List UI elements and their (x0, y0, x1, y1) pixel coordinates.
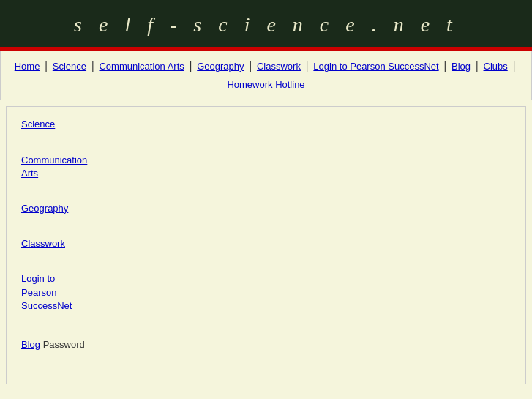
blog-section: Blog Password (21, 338, 511, 350)
sidebar-links: Science CommunicationArts Geography Clas… (21, 118, 511, 350)
blog-suffix: Password (40, 339, 85, 350)
pearson-link[interactable]: Login toPearsonSuccessNet (21, 273, 72, 310)
nav-blog[interactable]: Blog (452, 61, 471, 72)
blog-link[interactable]: Blog (21, 339, 40, 350)
classwork-link[interactable]: Classwork (21, 238, 65, 249)
link-communication-arts: CommunicationArts (21, 154, 511, 180)
main-content: Science CommunicationArts Geography Clas… (6, 106, 526, 384)
nav-clubs[interactable]: Clubs (484, 61, 508, 72)
navigation-bar: Home | Science | Communication Arts | Ge… (0, 51, 532, 100)
nav-geography[interactable]: Geography (197, 61, 244, 72)
link-pearson: Login toPearsonSuccessNet (21, 272, 511, 313)
nav-classwork[interactable]: Classwork (257, 61, 301, 72)
link-classwork: Classwork (21, 237, 511, 250)
link-geography: Geography (21, 202, 511, 215)
nav-communication-arts[interactable]: Communication Arts (99, 61, 184, 72)
nav-homework-hotline[interactable]: Homework Hotline (227, 79, 304, 90)
science-link[interactable]: Science (21, 119, 55, 130)
nav-science[interactable]: Science (53, 61, 86, 72)
site-header: s e l f - s c i e n c e . n e t (0, 0, 532, 51)
site-title: s e l f - s c i e n c e . n e t (74, 13, 458, 36)
communication-arts-link[interactable]: CommunicationArts (21, 154, 87, 179)
geography-link[interactable]: Geography (21, 203, 68, 214)
nav-home[interactable]: Home (15, 61, 40, 72)
link-science: Science (21, 118, 511, 131)
nav-pearson[interactable]: Login to Pearson SuccessNet (313, 61, 438, 72)
